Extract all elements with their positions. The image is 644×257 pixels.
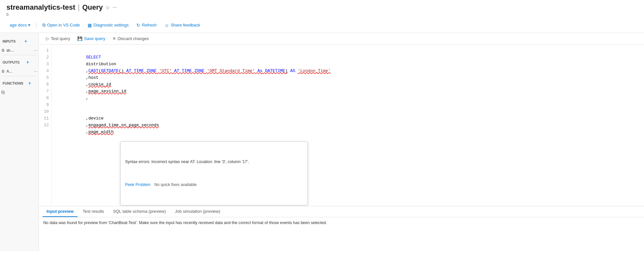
input1-more-icon[interactable]: ···: [34, 48, 37, 53]
diagnostic-settings-label: Diagnostic settings: [93, 23, 129, 27]
tab-job-simulation[interactable]: Job simulation (preview): [171, 206, 224, 217]
save-query-button[interactable]: 💾 Save query: [74, 35, 109, 42]
line-num-12: 12: [39, 122, 51, 128]
more-options-icon[interactable]: ···: [113, 5, 117, 10]
code-text-12: ,page_width: [86, 129, 114, 134]
diagnostic-icon: ▦: [88, 23, 92, 28]
play-icon: ▷: [46, 36, 49, 41]
share-feedback-label: Share feedback: [171, 23, 200, 27]
resource-name: streamanalytics-test: [6, 3, 75, 12]
outputs-section-header: Outputs: [3, 60, 20, 64]
main-content: Inputs + 🗎 at-... ··· Outputs + 🗎 A... ·…: [0, 33, 644, 251]
code-line-4: ,host: [56, 67, 644, 74]
inputs-section-header: Inputs: [3, 39, 16, 43]
top-header: streamanalytics-test | Query ☆ ··· b age…: [0, 0, 644, 33]
docs-label: age docs: [10, 23, 27, 27]
refresh-label: Refresh: [142, 23, 157, 27]
code-content[interactable]: SELECT distribution ,CAST(GETDATE() AT T…: [52, 45, 644, 206]
code-editor[interactable]: 1 2 3 4 5 6 7 8 9 10 11 12 S: [39, 45, 644, 206]
diagnostic-settings-button[interactable]: ▦ Diagnostic settings: [84, 21, 132, 29]
line-num-9: 9: [39, 101, 51, 108]
bottom-content-text: No data was found for preview from 'Char…: [43, 221, 327, 225]
bottom-tabs: Input preview Test results SQL table sch…: [39, 206, 644, 217]
breadcrumb: b: [6, 12, 638, 17]
sidebar-item-output1[interactable]: 🗎 A... ···: [0, 68, 38, 75]
code-line-6: ,page_session_id: [56, 81, 644, 88]
error-tooltip: Syntax errors: Incorrect syntax near AT.…: [120, 141, 308, 205]
code-lines: 1 2 3 4 5 6 7 8 9 10 11 12 S: [39, 45, 644, 206]
tab-test-results[interactable]: Test results: [79, 206, 108, 217]
line-num-4: 4: [39, 67, 51, 74]
line-num-7: 7: [39, 88, 51, 95]
function1-label: 0): [1, 90, 37, 95]
tab-sql-schema[interactable]: SQL table schema (preview): [109, 206, 170, 217]
sidebar-item-function1[interactable]: 0): [0, 89, 38, 96]
query-toolbar: ▷ Test query 💾 Save query ✕ Discard chan…: [39, 33, 644, 45]
add-function-button[interactable]: +: [27, 80, 33, 87]
bottom-panel: Input preview Test results SQL table sch…: [39, 206, 644, 251]
add-input-button[interactable]: +: [23, 38, 29, 45]
line-num-10: 10: [39, 108, 51, 115]
save-query-label: Save query: [84, 36, 105, 41]
document-icon-2: 🗎: [1, 69, 5, 74]
tab-input-preview-label: Input preview: [47, 209, 74, 214]
line-numbers: 1 2 3 4 5 6 7 8 9 10 11 12: [39, 45, 52, 206]
discard-changes-label: Discard changes: [118, 36, 149, 41]
tab-sql-schema-label: SQL table schema (preview): [113, 209, 166, 214]
add-output-button[interactable]: +: [25, 59, 31, 66]
document-icon: 🗎: [1, 48, 5, 53]
sidebar-item-input1[interactable]: 🗎 at-... ···: [0, 47, 38, 54]
code-line-10: ,device: [56, 108, 644, 115]
line-num-5: 5: [39, 74, 51, 81]
tab-job-simulation-label: Job simulation (preview): [175, 209, 220, 214]
toolbar-row: age docs ▾ ⧉ Open in VS Code ▦ Diagnosti…: [6, 19, 638, 31]
discard-changes-button[interactable]: ✕ Discard changes: [109, 35, 152, 42]
line-num-6: 6: [39, 81, 51, 88]
code-line-9: [56, 101, 644, 108]
output1-more-icon[interactable]: ···: [34, 69, 37, 74]
no-fixes-text: No quick fixes available: [155, 181, 197, 188]
share-feedback-button[interactable]: ☺ Share feedback: [161, 21, 203, 29]
error-actions: Peek Problem No quick fixes available: [125, 181, 303, 188]
refresh-icon: ↻: [136, 23, 140, 28]
code-line-8: Syntax errors: Incorrect syntax near AT.…: [56, 95, 644, 101]
test-query-label: Test query: [51, 36, 70, 41]
bottom-content: No data was found for preview from 'Char…: [39, 217, 644, 228]
peek-problem-link[interactable]: Peek Problem: [125, 181, 151, 188]
chevron-down-icon: ▾: [28, 23, 30, 27]
code-line-3: ,CAST(GETDATE() AT TIME ZONE 'UTC' AT TI…: [56, 61, 644, 67]
editor-area: ▷ Test query 💾 Save query ✕ Discard chan…: [39, 33, 644, 251]
code-line-1: SELECT: [56, 47, 644, 54]
open-external-icon: ⧉: [42, 22, 46, 28]
output1-label: A...: [6, 69, 33, 74]
feedback-icon: ☺: [165, 23, 169, 28]
tab-input-preview[interactable]: Input preview: [43, 206, 78, 217]
test-query-button[interactable]: ▷ Test query: [43, 35, 73, 42]
page-name: Query: [82, 3, 103, 12]
line-num-11: 11: [39, 115, 51, 122]
close-icon: ✕: [113, 36, 116, 41]
save-icon: 💾: [77, 36, 82, 41]
line-num-8: 8: [39, 95, 51, 101]
open-vs-code-button[interactable]: ⧉ Open in VS Code: [39, 21, 83, 29]
page-title-row: streamanalytics-test | Query ☆ ···: [6, 3, 638, 12]
line-num-3: 3: [39, 61, 51, 67]
line-num-2: 2: [39, 54, 51, 61]
sidebar-separator-1: [3, 55, 36, 55]
code-line-12: ,page_width: [56, 122, 644, 128]
code-line-7: ,: [56, 88, 644, 95]
error-message: Syntax errors: Incorrect syntax near AT.…: [125, 159, 303, 165]
toolbar-divider-1: [36, 22, 37, 28]
code-line-2: distribution: [56, 54, 644, 61]
sidebar: Inputs + 🗎 at-... ··· Outputs + 🗎 A... ·…: [0, 33, 39, 251]
favorite-icon[interactable]: ☆: [105, 5, 110, 11]
title-separator: |: [78, 3, 80, 12]
tab-test-results-label: Test results: [83, 209, 104, 214]
refresh-button[interactable]: ↻ Refresh: [133, 21, 160, 29]
code-line-11: ,engaged_time_on_page_seconds: [56, 115, 644, 122]
code-line-5: ,cookie_id: [56, 74, 644, 81]
docs-button[interactable]: age docs ▾: [6, 21, 34, 29]
open-vs-code-label: Open in VS Code: [47, 23, 80, 27]
sidebar-separator-2: [3, 76, 36, 76]
input1-label: at-...: [6, 48, 33, 53]
